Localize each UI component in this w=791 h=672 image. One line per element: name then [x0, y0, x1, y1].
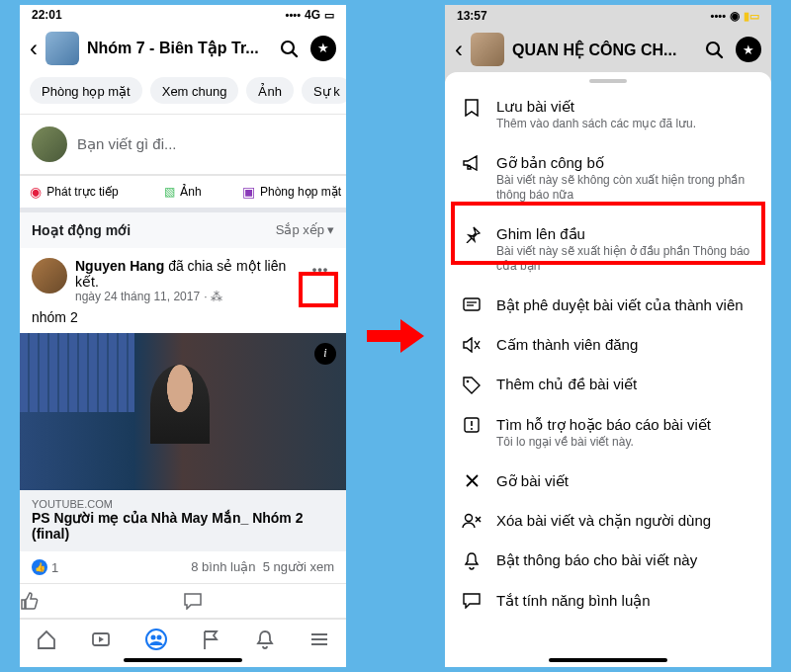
pin-icon	[461, 226, 483, 243]
menu-disable-comments[interactable]: Tắt tính năng bình luận	[445, 581, 771, 621]
composer[interactable]: Bạn viết gì đi...	[20, 115, 346, 175]
menu-remove-post[interactable]: Gỡ bài viết	[445, 462, 771, 501]
video-background	[20, 333, 134, 412]
composer-placeholder: Bạn viết gì đi...	[77, 135, 177, 153]
watch-tab[interactable]	[90, 629, 112, 650]
post-header: Nguyen Hang đã chia sẻ một liên kết. ngà…	[20, 248, 346, 307]
signal-icon: ••••	[711, 10, 726, 22]
svg-marker-10	[400, 319, 424, 353]
menu-pin-top[interactable]: Ghim lên đầuBài viết này sẽ xuất hiện ở …	[445, 214, 771, 286]
menu-report[interactable]: Tìm hỗ trợ hoặc báo cáo bài viếtTôi lo n…	[445, 405, 771, 462]
search-icon[interactable]	[700, 36, 728, 63]
bottom-tabbar	[20, 619, 346, 655]
menu-mute-member[interactable]: Cấm thành viên đăng	[445, 325, 771, 365]
block-user-icon	[461, 513, 483, 529]
menu-save-post[interactable]: Lưu bài viếtThêm vào danh sách các mục đ…	[445, 87, 771, 143]
report-icon	[461, 417, 483, 433]
svg-point-19	[471, 428, 473, 430]
post-caption: nhóm 2	[20, 307, 346, 333]
menu-approve[interactable]: Bật phê duyệt bài viết của thành viên	[445, 286, 771, 325]
sort-button[interactable]: Sắp xếp▾	[276, 222, 334, 238]
sheet-handle[interactable]	[589, 79, 627, 83]
post-reactions: 👍 1 8 bình luận 5 người xem	[20, 551, 346, 584]
chevron-down-icon: ▾	[327, 222, 334, 237]
svg-line-1	[293, 52, 297, 56]
like-icon: 👍	[32, 559, 47, 575]
group-thumbnail[interactable]	[45, 32, 79, 65]
chip-watch[interactable]: Xem chung	[150, 77, 239, 104]
groups-tab[interactable]	[144, 628, 168, 651]
shield-star-icon[interactable]: ★	[736, 37, 761, 62]
menu-notifications[interactable]: Bật thông báo cho bài viết này	[445, 541, 771, 581]
link-title: PS Người mẹ của Nhà May Mắn_ Nhóm 2 (fin…	[32, 510, 334, 542]
post-timestamp: ngày 24 tháng 11, 2017 · ⁂	[75, 290, 299, 303]
group-thumbnail[interactable]	[471, 33, 504, 66]
svg-rect-9	[367, 330, 402, 342]
home-indicator[interactable]	[549, 658, 667, 662]
shield-star-icon[interactable]: ★	[310, 36, 336, 61]
menu-unpublish[interactable]: Gỡ bản công bốBài viết này sẽ không còn …	[445, 143, 771, 214]
filter-chips: Phòng họp mặt Xem chung Ảnh Sự k	[20, 71, 346, 115]
svg-point-16	[467, 380, 470, 383]
menu-tab[interactable]	[308, 629, 330, 650]
group-name[interactable]: QUAN HỆ CÔNG CH...	[512, 41, 692, 59]
like-count[interactable]: 👍 1	[32, 559, 58, 575]
status-time: 22:01	[32, 8, 62, 22]
camera-icon: ◉	[30, 184, 42, 200]
status-time: 13:57	[457, 9, 487, 23]
back-icon[interactable]: ‹	[30, 35, 38, 62]
notifications-tab[interactable]	[254, 629, 276, 650]
post-more-button[interactable]: •••	[307, 258, 334, 282]
status-right: •••• ◉ ▮▭	[711, 9, 759, 23]
post-action-bar	[20, 584, 346, 619]
home-indicator[interactable]	[124, 658, 242, 662]
home-tab[interactable]	[36, 629, 57, 650]
post-avatar[interactable]	[32, 258, 67, 294]
menu-block-user[interactable]: Xóa bài viết và chặn người dùng	[445, 501, 771, 541]
activity-title: Hoạt động mới	[32, 222, 131, 238]
wifi-icon: ◉	[730, 9, 740, 23]
flag-tab[interactable]	[200, 629, 221, 650]
composer-actions: ◉Phát trực tiếp ▧Ảnh ▣Phòng họp mặt	[20, 175, 346, 212]
signal-icon: ••••	[286, 9, 301, 21]
status-bar: 22:01 •••• 4G ▭	[20, 5, 346, 26]
tag-icon	[461, 377, 483, 394]
status-right: •••• 4G ▭	[286, 8, 334, 22]
post-stats[interactable]: 8 bình luận 5 người xem	[191, 559, 334, 575]
video-thumbnail[interactable]: i	[20, 333, 346, 490]
chip-events[interactable]: Sự k	[302, 77, 346, 104]
battery-icon: ▮▭	[744, 10, 759, 23]
room-button[interactable]: ▣Phòng họp mặt	[237, 176, 346, 208]
photo-label: Ảnh	[180, 185, 201, 199]
phone-left: 22:01 •••• 4G ▭ ‹ Nhóm 7 - Biên Tập Tr..…	[20, 5, 346, 667]
link-preview[interactable]: YOUTUBE.COM PS Người mẹ của Nhà May Mắn_…	[20, 490, 346, 551]
action-sheet: Lưu bài viếtThêm vào danh sách các mục đ…	[445, 72, 771, 667]
chip-photos[interactable]: Ảnh	[246, 77, 293, 104]
comment-button[interactable]	[183, 584, 346, 618]
group-icon: ⁂	[211, 290, 222, 303]
back-icon[interactable]: ‹	[455, 36, 463, 63]
live-button[interactable]: ◉Phát trực tiếp	[20, 176, 129, 208]
photo-button[interactable]: ▧Ảnh	[129, 176, 237, 208]
phone-right: 13:57 •••• ◉ ▮▭ ‹ QUAN HỆ CÔNG CH... ★ L…	[445, 5, 771, 667]
svg-rect-13	[464, 298, 480, 310]
group-header: ‹ Nhóm 7 - Biên Tập Tr... ★	[20, 26, 346, 71]
menu-add-topic[interactable]: Thêm chủ đề bài viết	[445, 365, 771, 405]
svg-line-12	[718, 53, 722, 57]
mute-icon	[461, 337, 483, 353]
close-icon	[461, 473, 483, 488]
post-meta: Nguyen Hang đã chia sẻ một liên kết. ngà…	[75, 258, 299, 303]
video-icon: ▣	[242, 184, 255, 200]
svg-point-5	[156, 635, 161, 640]
like-button[interactable]	[20, 584, 183, 618]
room-label: Phòng họp mặt	[260, 185, 341, 199]
live-label: Phát trực tiếp	[46, 185, 118, 199]
search-icon[interactable]	[275, 35, 303, 62]
info-icon[interactable]: i	[314, 343, 336, 365]
group-name[interactable]: Nhóm 7 - Biên Tập Tr...	[87, 39, 267, 57]
status-bar: 13:57 •••• ◉ ▮▭	[445, 5, 771, 27]
bell-icon	[461, 552, 483, 570]
group-header: ‹ QUAN HỆ CÔNG CH... ★	[445, 27, 771, 72]
activity-header: Hoạt động mới Sắp xếp▾	[20, 212, 346, 248]
chip-room[interactable]: Phòng họp mặt	[30, 77, 142, 104]
